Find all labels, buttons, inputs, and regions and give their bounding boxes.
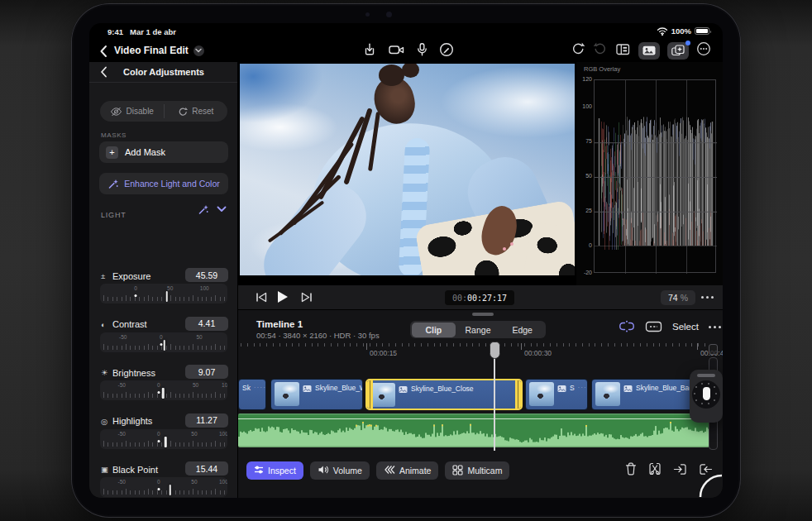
playhead-handle[interactable]: [490, 342, 500, 359]
jog-drag-handle[interactable]: [697, 374, 715, 377]
clip-skyline_blue_wide[interactable]: Skyline_Blue_Wide: [270, 379, 363, 410]
redo-icon[interactable]: [593, 41, 608, 60]
tick: [130, 394, 131, 398]
ruler-tick: [627, 343, 628, 347]
tick: [193, 344, 193, 350]
inspect-button[interactable]: Inspect: [246, 461, 303, 480]
ruler-tick: [447, 343, 447, 347]
delete-icon[interactable]: [625, 462, 637, 479]
magic-wand-icon[interactable]: [198, 204, 208, 215]
back-button[interactable]: [99, 45, 109, 58]
split-icon[interactable]: [648, 462, 662, 479]
tick-label: 100: [219, 431, 227, 437]
clip-thumbnail: [370, 383, 395, 407]
undo-icon[interactable]: [571, 41, 585, 60]
chevron-down-icon[interactable]: [193, 45, 204, 56]
scroll-track-top[interactable]: [709, 344, 718, 355]
multicam-button[interactable]: Multicam: [445, 461, 509, 480]
slider-track[interactable]: -50050: [100, 332, 227, 352]
viewer[interactable]: [238, 62, 576, 285]
clip-label: Sk: [242, 384, 251, 392]
tick: [161, 346, 162, 350]
slider-track[interactable]: -50050100: [100, 477, 227, 497]
slider-track[interactable]: -50050100: [100, 380, 227, 400]
import-icon[interactable]: [362, 42, 377, 60]
panel-drag-handle[interactable]: [472, 313, 494, 316]
tick: [224, 490, 225, 495]
timecode-display[interactable]: 00:00:27:17: [445, 290, 514, 305]
tick: [175, 490, 176, 495]
disable-button[interactable]: Disable: [100, 101, 164, 122]
volume-button[interactable]: Volume: [310, 461, 370, 480]
play-icon[interactable]: [275, 289, 289, 308]
camera-icon[interactable]: [388, 42, 405, 60]
zoom-level-button[interactable]: 74 %: [661, 290, 695, 305]
select-button[interactable]: Select: [672, 322, 699, 332]
microphone-icon[interactable]: [416, 42, 428, 60]
tick-label: 50: [191, 431, 197, 437]
ruler-tick: [312, 343, 313, 347]
ruler-tick: [350, 343, 351, 347]
media-icon[interactable]: [638, 42, 660, 60]
timeline-more-icon[interactable]: [709, 326, 721, 328]
ruler-tick: [647, 343, 647, 347]
add-mask-button[interactable]: + Add Mask: [99, 141, 228, 163]
frame-select-icon[interactable]: [645, 320, 662, 333]
ruler-tick: [363, 343, 364, 347]
effects-icon[interactable]: [667, 42, 689, 60]
insert-icon[interactable]: [673, 463, 687, 479]
slider-track[interactable]: -50050100: [100, 429, 227, 449]
slider-exposure: ±Exposure45.59050100: [89, 269, 238, 312]
viewer-more-icon[interactable]: [701, 296, 714, 299]
tick: [206, 490, 207, 495]
chevron-down-icon[interactable]: [217, 206, 227, 213]
reset-button[interactable]: Reset: [165, 101, 228, 122]
ruler-tick: [531, 343, 532, 347]
axis-label: 0: [578, 242, 592, 248]
jog-dial[interactable]: [692, 380, 720, 409]
slider-value[interactable]: 15.44: [185, 461, 228, 476]
ruler-tick: [356, 343, 357, 347]
tick: [202, 297, 203, 301]
animate-button[interactable]: Animate: [376, 461, 439, 480]
slider-value[interactable]: 9.07: [185, 365, 228, 379]
slider-track[interactable]: 050100: [100, 284, 227, 304]
tick: [135, 394, 136, 398]
slider-value[interactable]: 4.41: [185, 317, 228, 331]
more-icon[interactable]: [696, 41, 711, 60]
jog-wheel-panel[interactable]: [690, 370, 723, 423]
value-marker[interactable]: [162, 388, 165, 399]
mode-edge[interactable]: Edge: [500, 323, 545, 337]
value-marker[interactable]: [169, 485, 171, 495]
enhance-light-color-button[interactable]: Enhance Light and Color: [99, 173, 228, 194]
tick: [170, 295, 171, 301]
pencil-icon[interactable]: [439, 42, 454, 60]
clip-sk[interactable]: Sk······: [238, 379, 266, 410]
tick: [144, 442, 145, 447]
value-marker[interactable]: [166, 291, 169, 302]
tick: [224, 346, 225, 350]
value-marker[interactable]: [164, 340, 166, 351]
audio-track[interactable]: [238, 413, 709, 447]
ruler-tick: [582, 343, 583, 347]
clip-skyline_blue_close[interactable]: Skyline_Blue_Close: [365, 379, 523, 410]
tick: [117, 297, 117, 301]
front-camera: [386, 12, 392, 17]
tick-label: -50: [119, 334, 127, 340]
edit-mode-segmented-control: ClipRangeEdge: [410, 321, 546, 338]
value-marker[interactable]: [165, 437, 167, 447]
mode-clip[interactable]: Clip: [412, 323, 456, 337]
clip-s[interactable]: S······: [525, 379, 588, 410]
magnetic-timeline-icon[interactable]: [619, 320, 635, 333]
tick: [211, 297, 212, 301]
project-title[interactable]: Video Final Edit: [114, 45, 204, 56]
contrast-icon: ◐: [101, 320, 112, 329]
tick-label: 50: [196, 334, 202, 340]
tick: [189, 346, 189, 350]
slider-value[interactable]: 45.59: [185, 268, 228, 282]
mode-range[interactable]: Range: [456, 323, 500, 337]
browser-icon[interactable]: [615, 42, 631, 60]
skip-forward-icon[interactable]: [300, 291, 313, 307]
slider-value[interactable]: 11.27: [185, 413, 228, 428]
skip-back-icon[interactable]: [255, 291, 268, 307]
